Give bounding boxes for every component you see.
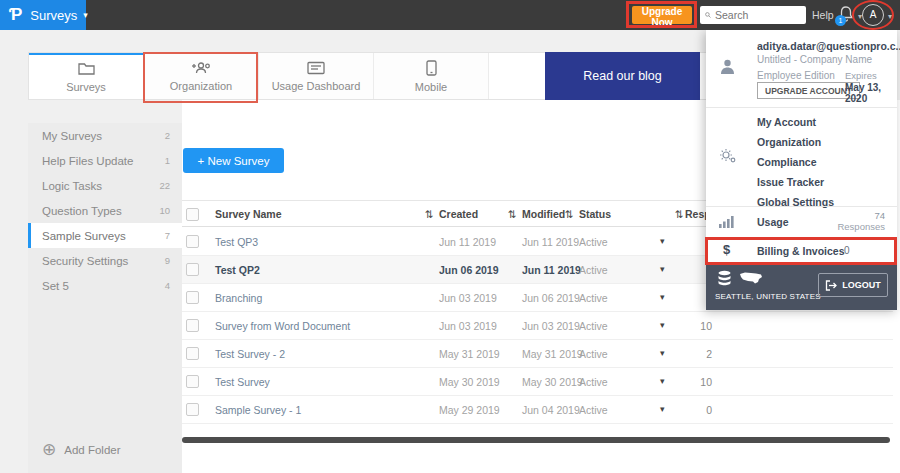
account-dropdown-panel: aditya.datar@questionpro.c... Untitled -… [706,30,897,310]
status-value: Active [579,376,608,388]
survey-name-link[interactable]: Sample Survey - 1 [215,404,301,416]
folder-count: 10 [159,205,170,216]
status-dropdown-caret[interactable]: ▾ [660,348,665,358]
status-value: Active [579,292,608,304]
sidebar-item-question-types[interactable]: Question Types10 [28,198,182,223]
row-checkbox[interactable] [186,235,199,248]
search-input[interactable] [715,9,801,21]
chevron-down-icon: ▾ [83,10,88,20]
survey-name-link[interactable]: Survey from Word Document [215,320,350,332]
logout-icon [825,280,837,291]
dollar-icon: $ [723,242,730,257]
tab-usage-dashboard[interactable]: Usage Dashboard [259,53,374,99]
row-checkbox[interactable] [186,291,199,304]
help-link[interactable]: Help [812,9,834,21]
folder-count: 1 [165,155,170,166]
folders-sidebar: My Surveys2 Help Files Update1 Logic Tas… [28,123,182,473]
avatar[interactable]: A [862,4,884,26]
notification-badge: 1 [835,15,846,26]
folder-icon [78,62,95,76]
account-email: aditya.datar@questionpro.c... [757,40,900,52]
notifications-button[interactable]: 1 [838,5,858,27]
upgrade-now-button[interactable]: Upgrade Now [632,6,692,24]
folder-count: 9 [165,255,170,266]
column-header-status[interactable]: Status [579,208,611,220]
add-folder-button[interactable]: ⊕ Add Folder [42,439,121,460]
survey-name-link[interactable]: Test Survey - 2 [215,348,285,360]
sort-icon[interactable]: ⇅ [425,208,434,220]
account-edition: Employee Edition [757,70,835,81]
dashboard-card-icon [307,61,325,75]
row-checkbox[interactable] [186,263,199,276]
person-icon [719,58,736,75]
column-header-created[interactable]: Created [439,208,478,220]
row-checkbox[interactable] [186,319,199,332]
status-dropdown-caret[interactable]: ▾ [660,376,665,386]
chevron-down-icon[interactable]: ▾ [888,12,892,21]
status-dropdown-caret[interactable]: ▾ [660,292,665,302]
product-switcher[interactable]: Ƥ Surveys ▾ [0,0,86,30]
status-dropdown-caret[interactable]: ▾ [660,236,665,246]
status-dropdown-caret[interactable]: ▾ [660,264,665,274]
status-value: Active [579,348,608,360]
smartphone-icon [426,60,437,76]
database-icon [716,270,733,287]
sidebar-item-logic-tasks[interactable]: Logic Tasks22 [28,173,182,198]
usage-unit: Responses [837,221,885,232]
folder-count: 7 [165,230,170,241]
account-company: Untitled - Company Name [757,54,872,65]
tab-organization[interactable]: Organization [144,53,259,99]
tab-surveys[interactable]: Surveys [29,53,144,99]
menu-item-compliance[interactable]: Compliance [757,156,877,174]
sidebar-item-sample-surveys[interactable]: Sample Surveys7 [28,223,182,248]
questionpro-logo-icon: Ƥ [9,5,22,25]
table-row[interactable]: Sample Survey - 1 May 29 2019 Jun 04 201… [182,396,893,424]
sidebar-item-security-settings[interactable]: Security Settings9 [28,248,182,273]
gears-icon [719,148,737,164]
survey-name-link[interactable]: Branching [215,292,262,304]
status-dropdown-caret[interactable]: ▾ [660,320,665,330]
sort-icon[interactable]: ⇅ [565,208,574,220]
sidebar-item-my-surveys[interactable]: My Surveys2 [28,123,182,148]
table-row[interactable]: Survey from Word Document Jun 03 2019 Ju… [182,312,893,340]
menu-item-billing-invoices[interactable]: $ Billing & Invoices 0 [706,238,897,263]
row-checkbox[interactable] [186,375,199,388]
survey-name-link[interactable]: Test QP3 [215,236,258,248]
column-header-survey-name[interactable]: Survey Name [215,208,282,220]
status-value: Active [579,264,608,276]
horizontal-scrollbar[interactable] [182,437,890,443]
menu-item-issue-tracker[interactable]: Issue Tracker [757,176,877,194]
billing-value: 0 [844,245,850,256]
menu-item-usage[interactable]: Usage 74 Responses [706,207,897,237]
responses-count: 2 [672,348,712,360]
divider [706,107,897,108]
status-dropdown-caret[interactable]: ▾ [660,404,665,414]
sort-icon[interactable]: ⇅ [508,208,517,220]
search-icon [705,10,711,20]
folder-count: 2 [165,130,170,141]
status-value: Active [579,404,608,416]
folder-count: 22 [159,180,170,191]
row-checkbox[interactable] [186,347,199,360]
menu-item-organization[interactable]: Organization [757,136,877,154]
tab-mobile[interactable]: Mobile [374,53,489,99]
column-header-modified[interactable]: Modified [522,208,565,220]
menu-item-my-account[interactable]: My Account [757,116,877,134]
select-all-checkbox[interactable] [186,208,199,221]
survey-name-link[interactable]: Test QP2 [215,264,260,276]
sort-icon[interactable]: ⇅ [675,208,684,220]
table-row[interactable]: Test Survey - 2 May 31 2019 May 31 2019 … [182,340,893,368]
datacenter-location: SEATTLE, UNITED STATES [715,292,821,301]
expires-label: Expires [845,70,877,81]
responses-count: 10 [672,376,712,388]
sidebar-item-set-5[interactable]: Set 54 [28,273,182,298]
search-box[interactable] [700,6,806,24]
logout-button[interactable]: LOGOUT [818,273,888,297]
row-checkbox[interactable] [186,403,199,416]
status-value: Active [579,236,608,248]
new-survey-button[interactable]: + New Survey [183,148,284,173]
table-row[interactable]: Test Survey May 30 2019 May 30 2019 Acti… [182,368,893,396]
read-our-blog-banner[interactable]: Read our blog [545,52,700,100]
survey-name-link[interactable]: Test Survey [215,376,270,388]
sidebar-item-help-files-update[interactable]: Help Files Update1 [28,148,182,173]
